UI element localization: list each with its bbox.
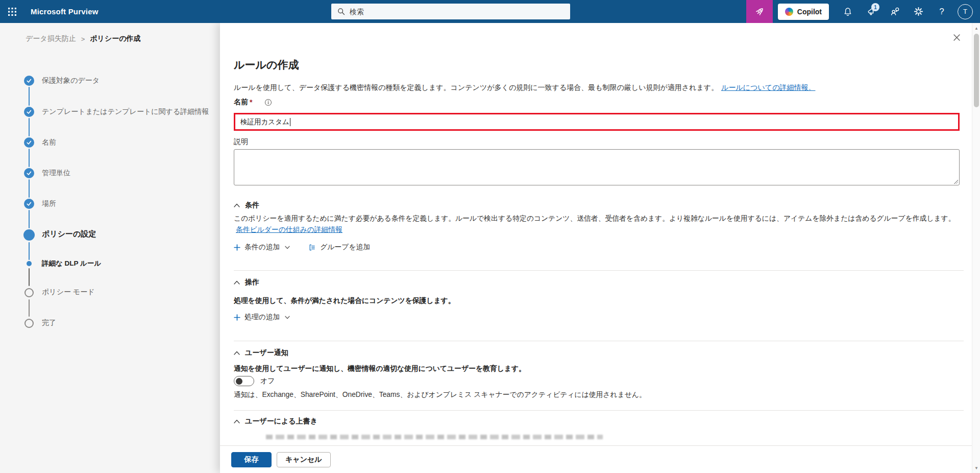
breadcrumb-separator: > bbox=[81, 35, 85, 43]
step-connector bbox=[29, 210, 30, 228]
help-icon: ? bbox=[939, 7, 944, 17]
panel-title: ルールの作成 bbox=[234, 58, 299, 72]
step-upcoming-icon bbox=[24, 319, 34, 328]
plus-icon bbox=[234, 314, 240, 321]
section-divider bbox=[234, 341, 964, 341]
step-connector bbox=[29, 242, 30, 260]
panel-intro: ルールを使用して、データ保護する機密情報の種類を定義します。コンテンツが多くの規… bbox=[234, 82, 964, 92]
add-condition-button[interactable]: 条件の追加 bbox=[234, 243, 290, 252]
step-completed-check-icon bbox=[24, 76, 34, 86]
chevron-up-icon bbox=[234, 351, 240, 355]
avatar: T bbox=[958, 4, 973, 19]
bell-icon bbox=[843, 7, 852, 16]
step-connector bbox=[29, 149, 30, 167]
create-rule-panel: ルールの作成 ルールを使用して、データ保護する機密情報の種類を定義します。コンテ… bbox=[220, 23, 980, 473]
step-upcoming-icon bbox=[24, 288, 34, 297]
app-title[interactable]: Microsoft Purview bbox=[31, 7, 99, 16]
notifications-toggle[interactable] bbox=[234, 376, 254, 386]
rule-name-value: 検証用カスタム bbox=[240, 117, 289, 127]
operations-description: 処理を使用して、条件が満たされた場合にコンテンツを保護します。 bbox=[234, 295, 964, 306]
gear-icon bbox=[914, 7, 923, 16]
whats-new-promo-button[interactable] bbox=[746, 0, 773, 23]
notifications-toggle-row: オフ bbox=[234, 376, 275, 386]
settings-button[interactable] bbox=[906, 0, 930, 23]
rule-name-input[interactable]: 検証用カスタム bbox=[234, 113, 960, 131]
scrollbar-up-arrow[interactable]: ▲ bbox=[972, 24, 980, 32]
copilot-label: Copilot bbox=[797, 8, 822, 16]
step-connector bbox=[29, 299, 30, 317]
app-header: Microsoft Purview Copilot bbox=[0, 0, 980, 23]
user-notifications-description: 通知を使用してユーザーに通知し、機密情報の適切な使用についてユーザーを教育します… bbox=[234, 363, 964, 374]
whats-new-button[interactable]: 1 bbox=[860, 0, 883, 23]
toggle-state-label: オフ bbox=[260, 376, 275, 386]
step-connector bbox=[29, 268, 30, 286]
operations-commands: 処理の追加 bbox=[234, 313, 290, 322]
step-current-icon bbox=[23, 229, 35, 241]
conditions-description: このポリシーを適用するために満たす必要がある条件を定義します。ルールで検出する特… bbox=[234, 213, 964, 235]
rocket-icon bbox=[754, 7, 765, 17]
search-input[interactable] bbox=[350, 8, 544, 16]
chevron-up-icon bbox=[234, 419, 240, 423]
step-completed-check-icon bbox=[24, 107, 34, 117]
copilot-button[interactable]: Copilot bbox=[778, 4, 829, 20]
chevron-up-icon bbox=[234, 280, 240, 285]
step-completed-check-icon bbox=[24, 137, 34, 148]
add-group-button[interactable]: グループを追加 bbox=[308, 243, 370, 252]
step-completed-check-icon bbox=[24, 199, 34, 209]
operations-section-header[interactable]: 操作 bbox=[234, 278, 259, 287]
account-button[interactable]: T bbox=[953, 0, 977, 23]
name-field-label: 名前 bbox=[234, 98, 248, 107]
intro-text: ルールを使用して、データ保護する機密情報の種類を定義します。コンテンツが多くの規… bbox=[234, 83, 718, 91]
add-action-button[interactable]: 処理の追加 bbox=[234, 313, 290, 322]
user-overrides-section-header[interactable]: ユーザーによる上書き bbox=[234, 417, 317, 426]
chevron-down-icon bbox=[285, 316, 290, 319]
copilot-icon bbox=[785, 8, 793, 16]
panel-scrollbar[interactable]: ▲ ▼ bbox=[972, 23, 980, 473]
notifications-note: 通知は、Exchange、SharePoint、OneDrive、Teams、お… bbox=[234, 389, 964, 400]
required-marker: * bbox=[250, 98, 252, 106]
rules-learn-more-link[interactable]: ルールについての詳細情報。 bbox=[721, 83, 815, 91]
feedback-button[interactable] bbox=[883, 0, 906, 23]
scrollbar-thumb[interactable] bbox=[974, 34, 979, 107]
name-info-icon[interactable] bbox=[264, 99, 272, 106]
save-button[interactable]: 保存 bbox=[231, 452, 272, 467]
step-connector bbox=[29, 179, 30, 198]
step-completed-check-icon bbox=[24, 168, 34, 178]
breadcrumb-data-loss-prevention[interactable]: データ損失防止 bbox=[26, 34, 76, 43]
wizard-sidebar: データ損失防止 > ポリシーの作成 保護対象のデータ テンプレートまたはテンプレ… bbox=[0, 23, 220, 473]
step-connector bbox=[29, 118, 30, 136]
panel-footer: 保存 キャンセル bbox=[220, 445, 972, 473]
whats-new-badge: 1 bbox=[871, 3, 879, 11]
description-label: 説明 bbox=[234, 137, 248, 147]
toggle-knob bbox=[236, 378, 242, 385]
plus-icon bbox=[234, 244, 240, 251]
person-feedback-icon bbox=[890, 7, 900, 16]
name-field-label-row: 名前 * bbox=[234, 98, 272, 107]
chevron-down-icon bbox=[285, 246, 290, 249]
text-caret bbox=[290, 118, 290, 126]
breadcrumb-create-policy: ポリシーの作成 bbox=[90, 34, 140, 43]
scrollbar-down-arrow[interactable]: ▼ bbox=[972, 464, 980, 472]
add-group-icon bbox=[308, 244, 316, 251]
app-launcher-button[interactable] bbox=[0, 0, 24, 23]
conditions-commands: 条件の追加 グループを追加 bbox=[234, 243, 370, 252]
search-icon bbox=[337, 8, 345, 15]
section-divider bbox=[234, 270, 964, 271]
purview-window: Microsoft Purview Copilot bbox=[0, 0, 980, 473]
close-icon bbox=[953, 34, 960, 41]
conditions-section-header[interactable]: 条件 bbox=[234, 201, 259, 210]
section-divider bbox=[234, 410, 964, 411]
help-button[interactable]: ? bbox=[930, 0, 953, 23]
header-actions: Copilot 1 bbox=[746, 0, 977, 23]
cancel-button[interactable]: キャンセル bbox=[277, 452, 331, 467]
clipped-scrolled-text bbox=[266, 435, 603, 439]
condition-builder-link[interactable]: 条件ビルダーの仕組みの詳細情報 bbox=[236, 226, 342, 233]
global-search[interactable] bbox=[331, 4, 570, 19]
close-panel-button[interactable] bbox=[950, 31, 963, 44]
rule-description-textarea[interactable] bbox=[234, 149, 960, 185]
notifications-button[interactable] bbox=[836, 0, 860, 23]
chevron-up-icon bbox=[234, 203, 240, 207]
step-connector bbox=[29, 87, 30, 106]
breadcrumb: データ損失防止 > ポリシーの作成 bbox=[26, 34, 141, 43]
user-notifications-section-header[interactable]: ユーザー通知 bbox=[234, 348, 288, 358]
